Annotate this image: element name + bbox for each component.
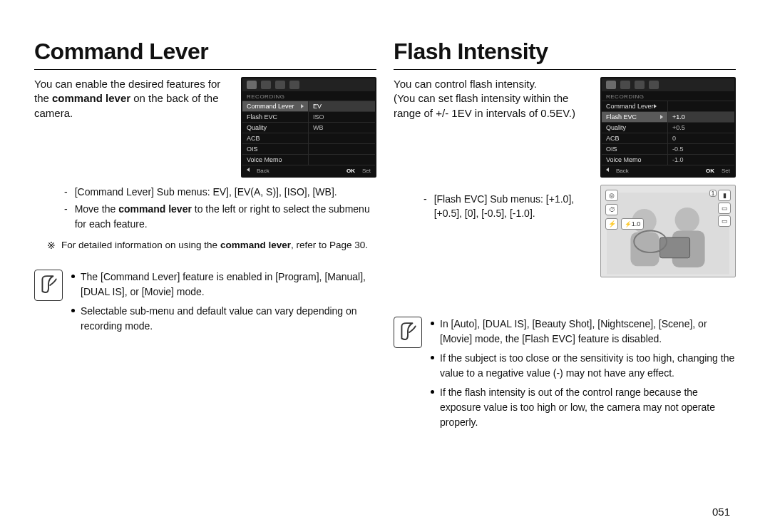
list-item: If the flash intensity is out of the con… (431, 385, 736, 430)
menu-topbar (602, 78, 734, 91)
list-item: [Flash EVC] Sub menus: [+1.0], [+0.5], [… (423, 192, 593, 221)
sound-icon (620, 81, 630, 89)
menu-row: Quality+0.5 (602, 122, 734, 133)
submenu-list-left: [Command Lever] Sub menus: EV], [EV(A, S… (34, 185, 376, 234)
menu-topbar (242, 78, 375, 91)
right-images: RECORDING Command Lever Flash EVC+1.0 Qu… (600, 77, 736, 277)
intro-row-right: You can control flash intensity. (You ca… (394, 77, 736, 277)
sound-icon (261, 81, 271, 89)
menu-footer: BackOKSet (602, 165, 734, 176)
manual-page: Command Lever You can enable the desired… (0, 0, 770, 532)
counter-icon: 1 (709, 190, 717, 197)
footnote-line: For detailed information on using the co… (34, 240, 376, 251)
photo-illustration (607, 193, 729, 275)
flash-icon: ⚡ (605, 218, 618, 230)
chevron-right-icon (660, 115, 663, 119)
intro-bold: command lever (52, 92, 130, 104)
menu-footer: BackOKSet (242, 165, 375, 176)
chevron-right-icon (301, 104, 304, 108)
camera-icon (247, 81, 257, 89)
camera-menu-screenshot-left: RECORDING Command LeverEV Flash EVCISO Q… (241, 77, 376, 178)
camera-mode-icon: ◎ (605, 190, 618, 201)
flash-value-badge: ⚡1.0 (621, 218, 644, 230)
settings-icon (649, 81, 659, 89)
timer-icon: ⏱ (605, 204, 618, 215)
right-column: Flash Intensity You can control flash in… (394, 39, 736, 515)
quality-icon: ▭ (718, 215, 731, 227)
display-icon (275, 81, 285, 89)
divider (34, 69, 376, 70)
list-item: If the subject is too close or the sensi… (431, 351, 736, 381)
menu-row: Command Lever (602, 101, 734, 111)
divider (394, 69, 736, 70)
menu-section-label: RECORDING (242, 91, 375, 101)
camera-icon (606, 81, 616, 89)
menu-row: OIS-0.5 (602, 143, 734, 154)
menu-row: Voice Memo (242, 154, 375, 165)
note-icon (34, 270, 63, 301)
chevron-left-icon (606, 168, 609, 172)
intro-text-left: You can enable the desired features for … (34, 77, 232, 121)
display-icon (635, 81, 645, 89)
settings-icon (289, 81, 299, 89)
menu-row: ACB0 (602, 133, 734, 143)
note-box-left: The [Command Lever] feature is enabled i… (34, 270, 376, 338)
chevron-right-icon (654, 104, 657, 108)
chevron-left-icon (247, 168, 250, 172)
list-item: The [Command Lever] feature is enabled i… (71, 270, 376, 300)
list-item: Selectable sub-menu and default value ca… (71, 304, 376, 334)
note-bullets-right: In [Auto], [DUAL IS], [Beauty Shot], [Ni… (431, 317, 736, 434)
note-bullets-left: The [Command Lever] feature is enabled i… (71, 270, 376, 338)
heading-flash-intensity: Flash Intensity (394, 39, 736, 65)
sample-photo: ◎ ⏱ ⚡ ⚡1.0 1 ▮ ▭ ▭ (600, 185, 736, 277)
svg-point-3 (675, 208, 699, 232)
menu-row: QualityWB (242, 122, 375, 133)
menu-row: OIS (242, 143, 375, 154)
size-icon: ▭ (718, 203, 731, 214)
menu-row: ACB (242, 133, 375, 143)
camera-menu-screenshot-right: RECORDING Command Lever Flash EVC+1.0 Qu… (600, 77, 736, 178)
menu-row: Flash EVC+1.0 (602, 111, 734, 122)
heading-command-lever: Command Lever (34, 39, 376, 65)
intro-text-right: You can control flash intensity. (You ca… (394, 77, 592, 121)
menu-row: Voice Memo-1.0 (602, 154, 734, 165)
battery-icon: ▮ (718, 190, 731, 201)
list-item: [Command Lever] Sub menus: EV], [EV(A, S… (64, 185, 376, 199)
submenu-list-right: [Flash EVC] Sub menus: [+1.0], [+0.5], [… (394, 192, 593, 224)
note-box-right: In [Auto], [DUAL IS], [Beauty Shot], [Ni… (394, 317, 736, 434)
note-icon (394, 317, 422, 348)
list-item: Move the command lever to the left or ri… (64, 202, 376, 231)
svg-rect-0 (607, 193, 729, 275)
intro-row-left: You can enable the desired features for … (34, 77, 376, 178)
menu-row: Command LeverEV (242, 101, 375, 111)
menu-section-label: RECORDING (602, 91, 734, 101)
menu-row: Flash EVCISO (242, 111, 375, 122)
page-number: 051 (712, 506, 730, 518)
left-column: Command Lever You can enable the desired… (34, 39, 376, 515)
list-item: In [Auto], [DUAL IS], [Beauty Shot], [Ni… (431, 317, 736, 347)
